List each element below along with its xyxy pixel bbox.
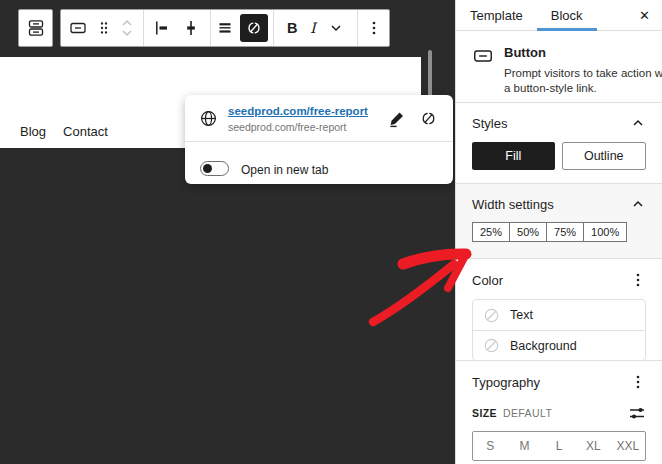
block-card-title: Button [504,45,662,60]
kebab-menu-icon[interactable] [630,271,646,289]
width-option-100[interactable]: 100% [583,222,627,242]
size-option-l[interactable]: L [542,432,576,460]
button-block-icon [472,45,494,90]
width-lines-icon[interactable] [215,18,235,38]
background-color-label: Background [510,339,577,353]
tab-block[interactable]: Block [537,0,597,31]
background-color-row[interactable]: Background [473,330,645,360]
sliders-icon[interactable] [628,405,646,421]
link-button-active[interactable] [240,14,268,42]
style-outline-button[interactable]: Outline [562,142,647,170]
editor-window: Blog Contact Free Report [0,0,662,464]
open-new-tab-label: Open in new tab [241,163,328,177]
toolbar-segment-block [61,10,144,46]
sidebar-header: Template Block ✕ [456,0,662,31]
toolbar-segment-link [211,10,275,46]
size-value: DEFAULT [503,407,552,419]
text-color-row[interactable]: Text [473,300,645,330]
page-nav: Blog Contact [20,124,108,139]
kebab-menu-icon[interactable] [630,373,646,391]
typography-title: Typography [472,375,540,390]
justify-center-icon[interactable] [181,18,201,38]
chevron-up-icon[interactable] [630,115,646,131]
typography-panel: Typography SIZE DEFAULT [456,361,662,464]
chevron-down-icon[interactable] [328,20,344,36]
link-url-subtitle: seedprod.com/free-report [228,121,346,133]
size-label: SIZE [472,407,497,419]
toolbar-segment-format: B I [274,10,358,46]
styles-title: Styles [472,116,507,131]
color-card: Text Background [472,299,646,361]
link-url[interactable]: seedprod.com/free-report [228,105,368,117]
canvas-scrollbar[interactable] [428,50,432,97]
link-preview-row: seedprod.com/free-report seedprod.com/fr… [185,95,453,142]
move-down-icon[interactable] [119,28,135,38]
nav-link-contact[interactable]: Contact [63,124,108,139]
more-options-icon[interactable] [366,18,382,38]
settings-sidebar: Template Block ✕ Button Prompt visitors … [455,0,662,464]
description-line: a button-style link. [504,81,662,96]
no-color-icon [483,307,500,324]
link-popover: seedprod.com/free-report seedprod.com/fr… [185,95,453,184]
color-panel: Color Text [456,259,662,361]
width-option-75[interactable]: 75% [546,222,584,242]
width-options: 25% 50% 75% 100% [472,222,627,242]
block-toolbar: B I [60,9,390,47]
width-option-50[interactable]: 50% [509,222,547,242]
toolbar-segment-more [358,10,389,46]
text-color-label: Text [510,308,533,322]
style-fill-button[interactable]: Fill [472,142,555,170]
block-card: Button Prompt visitors to take action wi… [456,31,662,103]
close-icon[interactable]: ✕ [639,8,650,23]
block-card-description: Prompt visitors to take action with a bu… [504,66,662,96]
open-new-tab-toggle[interactable] [200,161,229,176]
styles-panel: Styles Fill Outline [456,103,662,184]
chevron-up-icon[interactable] [630,196,646,212]
move-up-icon[interactable] [119,18,135,28]
description-line: Prompt visitors to take action with [504,66,662,81]
toolbar-segment-justify [144,10,211,46]
width-settings-title: Width settings [472,197,554,212]
color-title: Color [472,273,503,288]
select-parent-buttons-button[interactable] [18,9,53,47]
size-option-xl[interactable]: XL [576,432,610,460]
nav-link-blog[interactable]: Blog [20,124,46,139]
edit-link-icon[interactable] [387,109,407,129]
globe-icon [199,109,218,128]
drag-handle-icon[interactable] [96,20,112,36]
size-option-m[interactable]: M [507,432,541,460]
tab-template[interactable]: Template [456,0,537,31]
button-block-icon[interactable] [68,18,88,38]
buttons-parent-icon [26,18,46,38]
unlink-icon[interactable] [419,109,438,128]
link-icon [245,19,263,37]
justify-left-icon[interactable] [152,18,172,38]
size-option-xxl[interactable]: XXL [611,432,645,460]
font-size-segmented-control: S M L XL XXL [472,431,646,461]
bold-button[interactable]: B [287,20,297,36]
editor-canvas: Blog Contact Free Report [0,0,455,464]
width-settings-panel: Width settings 25% 50% 75% 100% [456,184,662,259]
size-option-s[interactable]: S [473,432,507,460]
width-option-25[interactable]: 25% [472,222,510,242]
no-color-icon [483,337,500,354]
italic-button[interactable]: I [310,20,316,36]
